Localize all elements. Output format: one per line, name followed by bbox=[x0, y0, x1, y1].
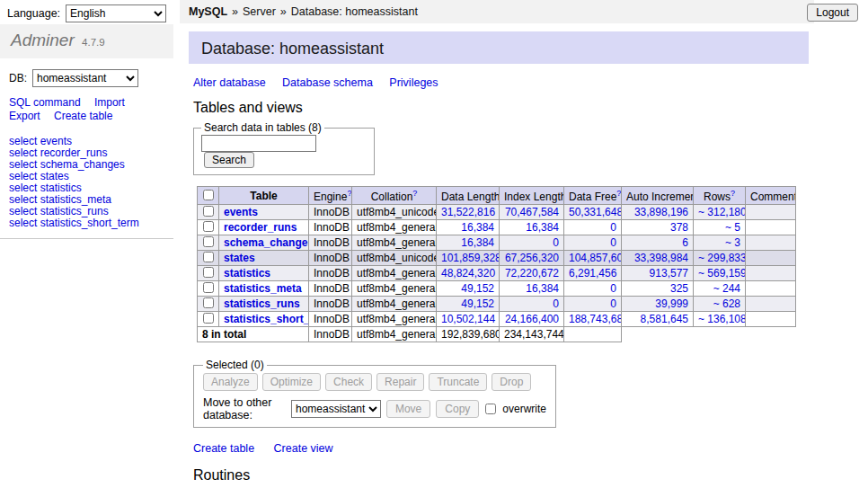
breadcrumb-server-link[interactable]: Server bbox=[243, 5, 276, 18]
row-checkbox[interactable] bbox=[203, 267, 214, 278]
data-free-link[interactable]: 6,291,456 bbox=[569, 267, 616, 279]
rows-count-link[interactable]: ~ 5 bbox=[725, 221, 740, 234]
alter-database-link[interactable]: Alter database bbox=[193, 76, 266, 89]
export-link[interactable]: Export bbox=[9, 110, 40, 122]
data-length-link[interactable]: 48,824,320 bbox=[441, 267, 495, 279]
auto-increment-link[interactable]: 39,999 bbox=[655, 297, 688, 310]
auto-increment-link[interactable]: 913,577 bbox=[650, 267, 688, 279]
column-header-engine: Engine? bbox=[309, 187, 352, 205]
auto-increment-link[interactable]: 33,898,196 bbox=[634, 206, 688, 218]
data-free-link[interactable]: 0 bbox=[610, 297, 616, 310]
data-free-link[interactable]: 0 bbox=[610, 282, 616, 295]
table-header-row: Table Engine? Collation? Data Length? In… bbox=[198, 187, 796, 205]
rows-count-link[interactable]: ~ 628 bbox=[713, 297, 740, 310]
index-length-link[interactable]: 0 bbox=[553, 297, 559, 310]
table-link[interactable]: statistics_runs bbox=[224, 297, 300, 310]
search-button[interactable]: Search bbox=[204, 152, 254, 168]
create-view-link[interactable]: Create view bbox=[274, 442, 333, 455]
data-free-link[interactable]: 0 bbox=[610, 221, 616, 234]
rows-count-link[interactable]: ~ 244 bbox=[713, 282, 740, 295]
sidebar-item-select-statistics-short-term[interactable]: select statistics_short_term bbox=[9, 217, 164, 229]
db-label: DB: bbox=[9, 72, 27, 84]
row-checkbox[interactable] bbox=[203, 313, 214, 324]
comment-cell bbox=[746, 297, 796, 312]
index-length-link[interactable]: 16,384 bbox=[526, 221, 559, 234]
data-length-link[interactable]: 16,384 bbox=[461, 221, 494, 234]
table-link[interactable]: statistics bbox=[224, 267, 270, 279]
engine-help-link[interactable]: ? bbox=[347, 189, 351, 198]
row-checkbox[interactable] bbox=[203, 297, 214, 308]
table-link[interactable]: states bbox=[224, 252, 255, 264]
rows-count-link[interactable]: ~ 3 bbox=[725, 236, 740, 249]
drop-button[interactable]: Drop bbox=[492, 373, 531, 391]
table-link[interactable]: events bbox=[224, 206, 258, 218]
index-length-link[interactable]: 70,467,584 bbox=[505, 206, 559, 218]
row-checkbox[interactable] bbox=[203, 206, 214, 217]
selected-actions: Analyze Optimize Check Repair Truncate D… bbox=[203, 373, 546, 391]
copy-button[interactable]: Copy bbox=[436, 400, 479, 418]
table-link[interactable]: schema_changes bbox=[224, 236, 309, 249]
repair-button[interactable]: Repair bbox=[376, 373, 424, 391]
table-link[interactable]: statistics_short_term bbox=[224, 313, 309, 325]
rows-count-link[interactable]: ~ 312,180 bbox=[698, 206, 746, 218]
index-length-link[interactable]: 67,256,320 bbox=[505, 252, 559, 264]
auto-increment-link[interactable]: 378 bbox=[670, 221, 688, 234]
move-button[interactable]: Move bbox=[386, 400, 430, 418]
create-table-link-main[interactable]: Create table bbox=[193, 442, 254, 455]
data-length-link[interactable]: 10,502,144 bbox=[441, 313, 495, 325]
overwrite-checkbox[interactable] bbox=[485, 404, 496, 414]
data-free-link[interactable]: 0 bbox=[610, 236, 616, 249]
collation-help-link[interactable]: ? bbox=[412, 189, 417, 198]
data-free-link[interactable]: 50,331,648 bbox=[569, 206, 622, 218]
data-length-link[interactable]: 49,152 bbox=[461, 297, 494, 310]
auto-increment-link[interactable]: 33,398,984 bbox=[634, 252, 688, 264]
data-length-link[interactable]: 31,522,816 bbox=[441, 206, 495, 218]
select-all-checkbox[interactable] bbox=[203, 190, 214, 200]
rows-count-link[interactable]: ~ 299,833 bbox=[698, 252, 746, 264]
index-length-link[interactable]: 16,384 bbox=[526, 282, 559, 295]
privileges-link[interactable]: Privileges bbox=[389, 76, 438, 89]
move-db-select[interactable]: homeassistant bbox=[291, 400, 381, 418]
search-input[interactable] bbox=[201, 135, 316, 152]
rows-count-link[interactable]: ~ 569,159 bbox=[698, 267, 746, 279]
data-length-link[interactable]: 49,152 bbox=[461, 282, 494, 295]
logout-button[interactable]: Logout bbox=[807, 4, 858, 22]
analyze-button[interactable]: Analyze bbox=[203, 373, 258, 391]
database-schema-link[interactable]: Database schema bbox=[282, 76, 373, 89]
auto-increment-link[interactable]: 325 bbox=[670, 282, 688, 295]
index-length-link[interactable]: 0 bbox=[553, 236, 559, 249]
db-select[interactable]: homeassistant bbox=[32, 69, 138, 87]
table-link[interactable]: statistics_meta bbox=[224, 282, 302, 295]
optimize-button[interactable]: Optimize bbox=[262, 373, 321, 391]
breadcrumb-separator: » bbox=[232, 5, 238, 18]
table-row-schema-changes: schema_changes InnoDB utf8mb4_general_ci… bbox=[198, 235, 796, 251]
import-link[interactable]: Import bbox=[94, 96, 125, 109]
data-free-link[interactable]: 188,743,680 bbox=[569, 313, 622, 325]
column-header-comment: Comment? bbox=[746, 187, 796, 205]
data-free-help-link[interactable]: ? bbox=[616, 189, 621, 198]
rows-count-link[interactable]: ~ 136,108 bbox=[698, 313, 746, 325]
sql-command-link[interactable]: SQL command bbox=[9, 96, 81, 109]
row-checkbox[interactable] bbox=[203, 252, 214, 262]
data-free-link[interactable]: 104,857,600 bbox=[569, 252, 622, 264]
check-button[interactable]: Check bbox=[325, 373, 372, 391]
row-checkbox[interactable] bbox=[203, 282, 214, 293]
app-logo[interactable]: Adminer 4.7.9 bbox=[0, 24, 173, 58]
create-table-link[interactable]: Create table bbox=[54, 110, 112, 122]
index-length-link[interactable]: 72,220,672 bbox=[505, 267, 559, 279]
auto-increment-link[interactable]: 8,581,645 bbox=[641, 313, 688, 325]
rows-help-link[interactable]: ? bbox=[731, 189, 735, 198]
breadcrumb-mysql-link[interactable]: MySQL bbox=[189, 5, 227, 18]
row-checkbox[interactable] bbox=[203, 236, 214, 247]
data-length-link[interactable]: 16,384 bbox=[461, 236, 494, 249]
data-length-link[interactable]: 101,859,328 bbox=[441, 252, 500, 264]
comment-cell bbox=[746, 235, 796, 251]
table-link[interactable]: recorder_runs bbox=[224, 221, 297, 234]
language-select[interactable]: English bbox=[66, 4, 166, 22]
truncate-button[interactable]: Truncate bbox=[429, 373, 487, 391]
row-checkbox[interactable] bbox=[203, 221, 214, 232]
table-row-statistics-runs: statistics_runs InnoDB utf8mb4_general_c… bbox=[198, 297, 796, 312]
auto-increment-link[interactable]: 6 bbox=[682, 236, 688, 249]
index-length-link[interactable]: 24,166,400 bbox=[505, 313, 559, 325]
tables-and-views-heading: Tables and views bbox=[193, 100, 827, 116]
